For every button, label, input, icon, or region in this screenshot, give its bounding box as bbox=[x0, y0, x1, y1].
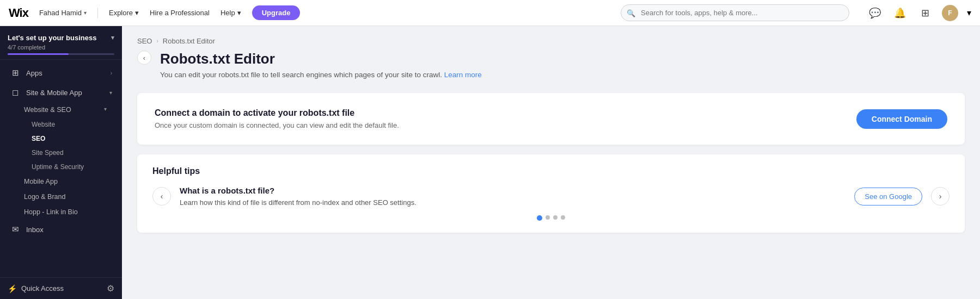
domain-card-text: Connect a domain to activate your robots… bbox=[155, 108, 399, 129]
nav-icon-group: 💬 🔔 ⊞ F ▾ bbox=[867, 5, 971, 21]
tip-carousel: ‹ What is a robots.txt file? Learn how t… bbox=[152, 186, 950, 207]
carousel-dots bbox=[152, 215, 950, 221]
inbox-icon: ✉ bbox=[10, 225, 21, 234]
sidebar-item-site-speed[interactable]: Site Speed bbox=[0, 146, 122, 160]
tip-description: Learn how this kind of file is different… bbox=[180, 198, 846, 207]
carousel-dot-1[interactable] bbox=[537, 215, 542, 221]
username-label: Fahad Hamid bbox=[39, 9, 82, 17]
hire-label: Hire a Professional bbox=[150, 9, 210, 17]
sidebar-item-mobile-app[interactable]: Mobile App bbox=[0, 174, 122, 189]
explore-link[interactable]: Explore ▾ bbox=[109, 9, 139, 17]
search-bar: 🔍 bbox=[621, 4, 849, 21]
explore-chevron-icon: ▾ bbox=[135, 9, 139, 17]
setup-section: Let's set up your business ▾ 4/7 complet… bbox=[0, 26, 122, 60]
sidebar-main-section: ⊞ Apps › ◻ Site & Mobile App ▾ Website &… bbox=[0, 60, 122, 242]
search-input[interactable] bbox=[621, 4, 849, 21]
apps-chevron-icon: › bbox=[111, 70, 112, 76]
nav-divider-1 bbox=[97, 8, 98, 18]
progress-bar-track bbox=[8, 53, 114, 55]
setup-chevron-icon: ▾ bbox=[111, 34, 114, 41]
breadcrumb-robots-editor[interactable]: Robots.txt Editor bbox=[163, 37, 215, 45]
quick-access-label: Quick Access bbox=[21, 284, 64, 292]
connect-domain-button[interactable]: Connect Domain bbox=[856, 109, 947, 129]
help-chevron-icon: ▾ bbox=[237, 9, 241, 17]
tip-content: What is a robots.txt file? Learn how thi… bbox=[180, 186, 846, 207]
avatar-chevron-icon: ▾ bbox=[967, 8, 971, 18]
chat-icon-button[interactable]: 💬 bbox=[867, 5, 883, 21]
page-title: Robots.txt Editor bbox=[160, 51, 482, 67]
sidebar-item-seo[interactable]: SEO bbox=[0, 132, 122, 146]
sidebar-item-inbox[interactable]: ✉ Inbox bbox=[2, 220, 120, 239]
website-label: Website bbox=[32, 121, 55, 128]
carousel-dot-2[interactable] bbox=[546, 215, 550, 220]
domain-card-description: Once your custom domain is connected, yo… bbox=[155, 121, 399, 129]
breadcrumb: SEO › Robots.txt Editor bbox=[137, 37, 965, 45]
page-subtitle: You can edit your robots.txt file to tel… bbox=[160, 71, 482, 79]
site-mobile-chevron-icon: ▾ bbox=[109, 90, 112, 96]
tips-card: Helpful tips ‹ What is a robots.txt file… bbox=[137, 154, 965, 233]
quick-access-settings-icon[interactable]: ⚙ bbox=[107, 283, 114, 294]
sidebar-item-hopp-link-bio[interactable]: Hopp - Link in Bio bbox=[0, 204, 122, 220]
uptime-security-label: Uptime & Security bbox=[32, 163, 84, 171]
grid-icon-button[interactable]: ⊞ bbox=[917, 5, 933, 21]
mobile-app-label: Mobile App bbox=[24, 178, 58, 185]
carousel-dot-3[interactable] bbox=[553, 215, 558, 220]
seo-label: SEO bbox=[32, 135, 45, 142]
setup-title-label: Let's set up your business bbox=[8, 34, 96, 42]
carousel-prev-button[interactable]: ‹ bbox=[152, 187, 171, 205]
sidebar-item-website-seo[interactable]: Website & SEO ▾ bbox=[0, 102, 122, 117]
tips-card-title: Helpful tips bbox=[152, 166, 950, 176]
learn-more-link[interactable]: Learn more bbox=[444, 71, 482, 79]
username-dropdown[interactable]: Fahad Hamid ▾ bbox=[39, 9, 87, 17]
website-seo-label: Website & SEO bbox=[24, 106, 71, 114]
sidebar-item-uptime-security[interactable]: Uptime & Security bbox=[0, 160, 122, 174]
user-avatar[interactable]: F bbox=[942, 5, 958, 21]
apps-icon: ⊞ bbox=[10, 68, 21, 78]
progress-bar-fill bbox=[8, 53, 69, 55]
tip-title: What is a robots.txt file? bbox=[180, 186, 846, 195]
inbox-label: Inbox bbox=[26, 226, 112, 234]
quick-access-icon: ⚡ bbox=[8, 284, 17, 293]
back-button[interactable]: ‹ bbox=[137, 51, 151, 65]
carousel-dot-4[interactable] bbox=[561, 215, 565, 220]
site-mobile-icon: ◻ bbox=[10, 88, 21, 97]
breadcrumb-seo[interactable]: SEO bbox=[137, 37, 152, 45]
hire-professional-link[interactable]: Hire a Professional bbox=[150, 9, 210, 17]
breadcrumb-separator: › bbox=[156, 38, 158, 44]
quick-access-item[interactable]: ⚡ Quick Access bbox=[8, 284, 64, 293]
domain-card-title: Connect a domain to activate your robots… bbox=[155, 108, 399, 118]
sidebar-item-apps[interactable]: ⊞ Apps › bbox=[2, 63, 120, 83]
setup-title[interactable]: Let's set up your business ▾ bbox=[8, 34, 114, 42]
explore-label: Explore bbox=[109, 9, 133, 17]
sidebar-item-website[interactable]: Website bbox=[0, 117, 122, 132]
site-speed-label: Site Speed bbox=[32, 149, 64, 157]
sidebar-item-logo-brand[interactable]: Logo & Brand bbox=[0, 189, 122, 204]
help-label: Help bbox=[220, 9, 235, 17]
main-layout: Let's set up your business ▾ 4/7 complet… bbox=[0, 26, 980, 299]
logo-brand-label: Logo & Brand bbox=[24, 193, 65, 201]
site-mobile-label: Site & Mobile App bbox=[26, 89, 104, 97]
see-on-google-button[interactable]: See on Google bbox=[854, 188, 922, 205]
sidebar: Let's set up your business ▾ 4/7 complet… bbox=[0, 26, 122, 299]
help-link[interactable]: Help ▾ bbox=[220, 9, 241, 17]
search-icon: 🔍 bbox=[627, 9, 635, 17]
domain-card: Connect a domain to activate your robots… bbox=[137, 93, 965, 145]
sidebar-footer: ⚡ Quick Access ⚙ bbox=[0, 277, 122, 299]
top-navigation: Wix Fahad Hamid ▾ Explore ▾ Hire a Profe… bbox=[0, 0, 980, 26]
content-area: SEO › Robots.txt Editor ‹ Robots.txt Edi… bbox=[122, 26, 980, 299]
sidebar-item-site-mobile-app[interactable]: ◻ Site & Mobile App ▾ bbox=[2, 83, 120, 102]
hopp-label: Hopp - Link in Bio bbox=[24, 208, 78, 216]
apps-label: Apps bbox=[26, 69, 105, 77]
wix-logo: Wix bbox=[9, 6, 28, 20]
notification-icon-button[interactable]: 🔔 bbox=[892, 5, 908, 21]
progress-label: 4/7 completed bbox=[8, 44, 114, 51]
username-chevron-icon: ▾ bbox=[84, 10, 87, 16]
upgrade-button[interactable]: Upgrade bbox=[252, 5, 301, 20]
carousel-next-button[interactable]: › bbox=[931, 187, 950, 205]
